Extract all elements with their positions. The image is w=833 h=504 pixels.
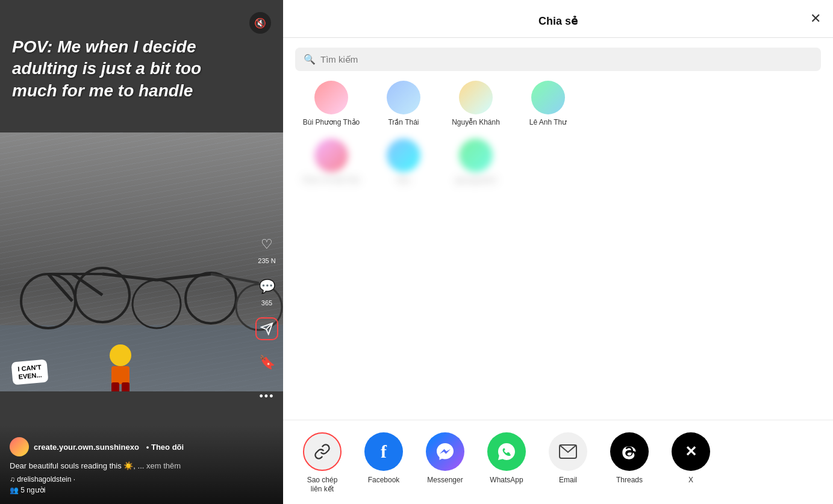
- whatsapp-option[interactable]: WhatsApp: [479, 432, 534, 485]
- mute-icon: 🔇: [254, 17, 266, 29]
- svg-rect-14: [111, 382, 119, 391]
- copy-link-option[interactable]: Sao chépliên kết: [295, 432, 349, 494]
- svg-line-11: [211, 274, 259, 283]
- share-button[interactable]: [255, 317, 278, 340]
- search-bar[interactable]: 🔍: [295, 48, 821, 71]
- share-header: Chia sẻ ✕: [283, 0, 833, 38]
- comment-button[interactable]: 💬 365: [255, 275, 278, 306]
- threads-option[interactable]: Threads: [602, 432, 657, 485]
- bicycle-scene: [0, 132, 283, 391]
- video-caption-text: POV: Me when I decide adulting is just a…: [12, 36, 247, 102]
- user-avatar: [10, 437, 29, 456]
- action-sidebar: ♡ 235 N 💬 365 🔖 •••: [255, 233, 278, 408]
- blur-overlay: [283, 131, 833, 420]
- contacts-row: Bùi Phương Thảo Trần Thái Nguyễn Khánh L…: [283, 81, 833, 126]
- music-info: ♫ drelishagoldstein ·: [10, 475, 273, 484]
- whatsapp-label: WhatsApp: [490, 476, 523, 485]
- copy-link-icon: [303, 432, 342, 471]
- username-row: create.your.own.sunshinexo • Theo dõi: [10, 437, 273, 456]
- comment-icon: 💬: [255, 275, 278, 298]
- svg-line-10: [157, 274, 211, 280]
- svg-point-12: [110, 344, 131, 366]
- copy-link-label: Sao chépliên kết: [307, 476, 338, 494]
- contact-item[interactable]: Nguyễn Khánh: [440, 81, 512, 126]
- contact-name: Trần Thái: [388, 118, 419, 126]
- x-option[interactable]: ✕ X: [664, 432, 718, 485]
- comment-count: 365: [261, 299, 272, 306]
- threads-icon: [610, 432, 649, 471]
- mute-button[interactable]: 🔇: [249, 12, 271, 34]
- like-button[interactable]: ♡ 235 N: [255, 233, 278, 264]
- search-input[interactable]: [320, 54, 813, 64]
- more-button[interactable]: •••: [255, 385, 278, 408]
- threads-label: Threads: [616, 476, 643, 485]
- search-icon: 🔍: [304, 54, 316, 65]
- svg-line-9: [102, 274, 157, 280]
- messenger-icon: [426, 432, 464, 471]
- svg-point-3: [133, 280, 181, 328]
- email-icon: [549, 432, 587, 471]
- svg-point-1: [21, 274, 75, 328]
- facebook-icon: f: [364, 432, 403, 471]
- share-options-row: Sao chépliên kết f Facebook Messenger: [295, 432, 821, 494]
- contact-item[interactable]: Trần Thái: [367, 81, 440, 126]
- facebook-label: Facebook: [368, 476, 400, 485]
- x-icon: ✕: [672, 432, 710, 471]
- people-info: 👥 5 người: [10, 486, 273, 494]
- video-panel: POV: Me when I decide adulting is just a…: [0, 0, 283, 504]
- contact-name: Bùi Phương Thảo: [303, 118, 360, 126]
- contact-name: Lê Anh Thư: [529, 118, 567, 126]
- contact-item[interactable]: Lê Anh Thư: [512, 81, 584, 126]
- bookmark-button[interactable]: 🔖: [255, 351, 278, 374]
- x-label: X: [688, 476, 693, 485]
- contact-avatar: [531, 81, 565, 114]
- contact-item[interactable]: Bùi Phương Thảo: [295, 81, 367, 126]
- contact-avatar: [314, 81, 348, 114]
- video-bottom-info: create.your.own.sunshinexo • Theo dõi De…: [0, 425, 283, 504]
- close-button[interactable]: ✕: [810, 11, 821, 26]
- see-more-link[interactable]: xem thêm: [146, 461, 181, 470]
- bicycle-svg: [0, 132, 283, 391]
- share-options-bottom: Sao chépliên kết f Facebook Messenger: [283, 420, 833, 504]
- messenger-label: Messenger: [427, 476, 463, 485]
- sticker: I CAN'T EVEN...: [11, 359, 48, 385]
- share-icon: [255, 317, 278, 340]
- share-title: Chia sẻ: [538, 14, 578, 28]
- like-count: 235 N: [258, 257, 275, 264]
- messenger-option[interactable]: Messenger: [418, 432, 472, 485]
- email-label: Email: [559, 476, 577, 485]
- whatsapp-icon: [487, 432, 526, 471]
- contact-avatar: [459, 81, 493, 114]
- mid-contacts-area: Phan Thị Mỹ Tâm Bea gicungoshint: [283, 131, 833, 420]
- svg-rect-15: [122, 382, 129, 391]
- share-panel: Chia sẻ ✕ 🔍 Bùi Phương Thảo Trần Thái Ng…: [283, 0, 833, 504]
- more-icon: •••: [255, 385, 278, 408]
- video-caption: Dear beautiful souls reading this ☀️, ..…: [10, 461, 273, 470]
- follow-button[interactable]: • Theo dõi: [146, 443, 184, 452]
- contact-avatar: [387, 81, 420, 114]
- bookmark-icon: 🔖: [255, 351, 278, 374]
- heart-icon: ♡: [255, 233, 278, 256]
- contact-name: Nguyễn Khánh: [452, 118, 500, 126]
- svg-rect-13: [111, 366, 129, 384]
- username: create.your.own.sunshinexo: [34, 443, 139, 452]
- email-option[interactable]: Email: [541, 432, 595, 485]
- facebook-option[interactable]: f Facebook: [357, 432, 411, 485]
- svg-point-4: [186, 273, 236, 323]
